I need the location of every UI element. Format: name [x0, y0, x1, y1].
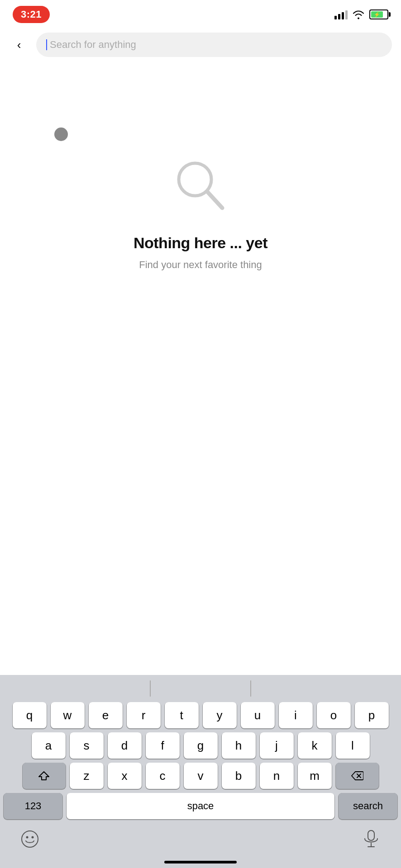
search-placeholder: Search for anything [50, 39, 136, 51]
back-button[interactable]: ‹ [9, 35, 29, 55]
key-m[interactable]: m [298, 763, 332, 789]
keyboard-handle-left [150, 680, 151, 697]
space-key[interactable]: space [67, 793, 334, 819]
emoji-button[interactable] [18, 827, 42, 851]
key-w[interactable]: w [51, 702, 85, 728]
keyboard-row-1: q w e r t y u i o p [4, 702, 397, 728]
key-z[interactable]: z [70, 763, 104, 789]
key-r[interactable]: r [127, 702, 161, 728]
status-bar: 3:21 ⚡ [0, 0, 401, 27]
key-p[interactable]: p [355, 702, 389, 728]
key-i[interactable]: i [279, 702, 313, 728]
search-bar[interactable]: Search for anything [36, 33, 392, 57]
keyboard-bottom-row: 123 space search [0, 793, 401, 824]
svg-line-1 [207, 192, 222, 208]
key-k[interactable]: k [298, 732, 332, 759]
key-e[interactable]: e [89, 702, 123, 728]
key-a[interactable]: a [32, 732, 66, 759]
key-o[interactable]: o [317, 702, 351, 728]
key-c[interactable]: c [146, 763, 180, 789]
keyboard-top-bar [0, 675, 401, 700]
key-q[interactable]: q [13, 702, 47, 728]
signal-icon [334, 9, 348, 19]
delete-key[interactable] [336, 763, 379, 789]
key-h[interactable]: h [222, 732, 256, 759]
search-key[interactable]: search [339, 793, 397, 819]
keyboard-row-3: z x c v b n m [4, 763, 397, 789]
key-n[interactable]: n [260, 763, 294, 789]
main-content: Nothing here ... yet Find your next favo… [0, 64, 401, 437]
key-d[interactable]: d [108, 732, 142, 759]
key-l[interactable]: l [336, 732, 370, 759]
keyboard-rows: q w e r t y u i o p a s d f g h j k l [0, 700, 401, 789]
home-bar [164, 861, 237, 863]
search-header: ‹ Search for anything [0, 27, 401, 64]
svg-rect-7 [368, 830, 374, 840]
key-f[interactable]: f [146, 732, 180, 759]
svg-point-6 [32, 836, 34, 839]
empty-state-subtitle: Find your next favorite thing [139, 259, 262, 271]
status-time: 3:21 [13, 6, 50, 23]
keyboard-emoji-row [0, 824, 401, 858]
key-j[interactable]: j [260, 732, 294, 759]
key-u[interactable]: u [241, 702, 275, 728]
svg-point-5 [26, 836, 29, 839]
magnifier-icon [169, 155, 232, 218]
key-t[interactable]: t [165, 702, 199, 728]
keyboard-row-2: a s d f g h j k l [4, 732, 397, 759]
key-s[interactable]: s [70, 732, 104, 759]
shift-key[interactable] [23, 763, 66, 789]
key-y[interactable]: y [203, 702, 237, 728]
loading-dot [54, 127, 68, 141]
svg-point-4 [22, 831, 38, 847]
home-indicator [0, 858, 401, 868]
key-v[interactable]: v [184, 763, 218, 789]
empty-state: Nothing here ... yet Find your next favo… [134, 155, 267, 271]
key-g[interactable]: g [184, 732, 218, 759]
wifi-icon [352, 9, 365, 19]
back-chevron-icon: ‹ [17, 39, 21, 51]
numbers-key[interactable]: 123 [4, 793, 62, 819]
battery-icon: ⚡ [369, 9, 388, 19]
key-x[interactable]: x [108, 763, 142, 789]
keyboard: q w e r t y u i o p a s d f g h j k l [0, 675, 401, 868]
empty-state-title: Nothing here ... yet [134, 234, 267, 252]
keyboard-handle-right [250, 680, 251, 697]
search-cursor [46, 39, 47, 50]
status-icons: ⚡ [334, 9, 388, 19]
microphone-button[interactable] [359, 827, 383, 851]
key-b[interactable]: b [222, 763, 256, 789]
